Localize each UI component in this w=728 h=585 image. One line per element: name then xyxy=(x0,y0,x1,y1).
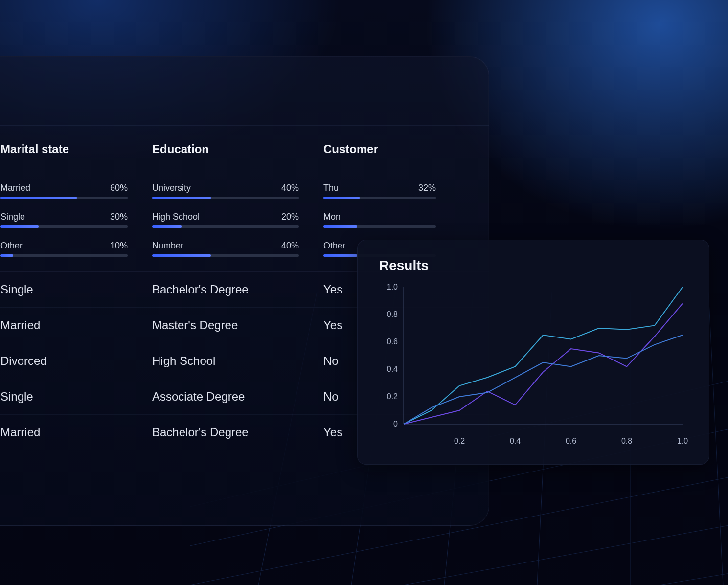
filter-label: High School xyxy=(152,212,200,222)
filter-bar-item[interactable]: Single30% xyxy=(0,212,128,228)
filter-bar-track xyxy=(152,225,299,228)
chart-series-line xyxy=(404,304,682,424)
cell-marital: Single xyxy=(0,390,147,404)
filter-label: Thu xyxy=(323,183,339,193)
cell-marital: Single xyxy=(0,283,147,296)
filter-bar-fill xyxy=(152,197,211,199)
filter-bar-item[interactable]: Thu32% xyxy=(323,183,436,199)
filter-bar-item[interactable]: Married60% xyxy=(0,183,128,199)
filter-bar-fill xyxy=(152,225,182,228)
filter-label: Number xyxy=(152,241,183,251)
column-divider xyxy=(292,194,292,511)
filter-bar-fill xyxy=(152,254,211,257)
cell-education: Associate Degree xyxy=(147,390,318,404)
filter-pct: 30% xyxy=(110,212,128,222)
filter-bar-track xyxy=(0,254,128,257)
cell-marital: Divorced xyxy=(0,354,147,368)
filter-bar-fill xyxy=(0,197,77,199)
filter-bar-fill xyxy=(323,225,357,228)
filter-pct: 40% xyxy=(281,183,299,193)
filter-pct: 40% xyxy=(281,241,299,251)
filter-bar-item[interactable]: Number40% xyxy=(152,241,299,257)
filter-label: Other xyxy=(0,241,23,251)
cell-education: Bachelor's Degree xyxy=(147,283,318,296)
filter-pct: 10% xyxy=(110,241,128,251)
chart-series-line xyxy=(404,287,682,424)
results-line-chart: 00.20.40.60.81.00.20.40.60.81.0 xyxy=(384,282,687,444)
table-header-row: Marital state Education Customer xyxy=(0,126,489,173)
cell-marital: Married xyxy=(0,318,147,332)
filter-bar-track xyxy=(323,197,436,199)
filter-bar-item[interactable]: Mon xyxy=(323,212,436,228)
filter-bar-item[interactable]: High School20% xyxy=(152,212,299,228)
filter-pct: 32% xyxy=(418,183,436,193)
cell-education: Bachelor's Degree xyxy=(147,426,318,439)
filter-bar-track xyxy=(323,225,436,228)
filter-label: Married xyxy=(0,183,30,193)
filter-pct: 60% xyxy=(110,183,128,193)
filter-pct: 20% xyxy=(281,212,299,222)
filter-label: Mon xyxy=(323,212,341,222)
filter-bar-item[interactable]: Other10% xyxy=(0,241,128,257)
column-divider xyxy=(118,194,118,511)
col-header-marital: Marital state xyxy=(0,142,147,156)
cell-marital: Married xyxy=(0,426,147,439)
chart-series-line xyxy=(404,335,682,424)
filter-bar-fill xyxy=(323,254,357,257)
filter-col-marital: Married60%Single30%Other10% xyxy=(0,183,147,257)
col-header-customer: Customer xyxy=(318,142,455,156)
filter-bar-item[interactable]: University40% xyxy=(152,183,299,199)
col-header-education: Education xyxy=(147,142,318,156)
filter-label: Single xyxy=(0,212,25,222)
filter-bar-track xyxy=(0,197,128,199)
filter-label: Other xyxy=(323,241,345,251)
cell-education: Master's Degree xyxy=(147,318,318,332)
cell-education: High School xyxy=(147,354,318,368)
filter-bar-track xyxy=(152,197,299,199)
results-title: Results xyxy=(379,258,687,273)
filter-bar-track xyxy=(152,254,299,257)
filter-bar-fill xyxy=(323,197,360,199)
filter-label: University xyxy=(152,183,191,193)
filter-bar-fill xyxy=(0,254,13,257)
filter-bar-track xyxy=(0,225,128,228)
results-chart-card: Results 00.20.40.60.81.00.20.40.60.81.0 xyxy=(357,240,709,465)
chart-svg xyxy=(384,282,687,444)
filter-col-education: University40%High School20%Number40% xyxy=(147,183,318,257)
filter-bar-fill xyxy=(0,225,39,228)
